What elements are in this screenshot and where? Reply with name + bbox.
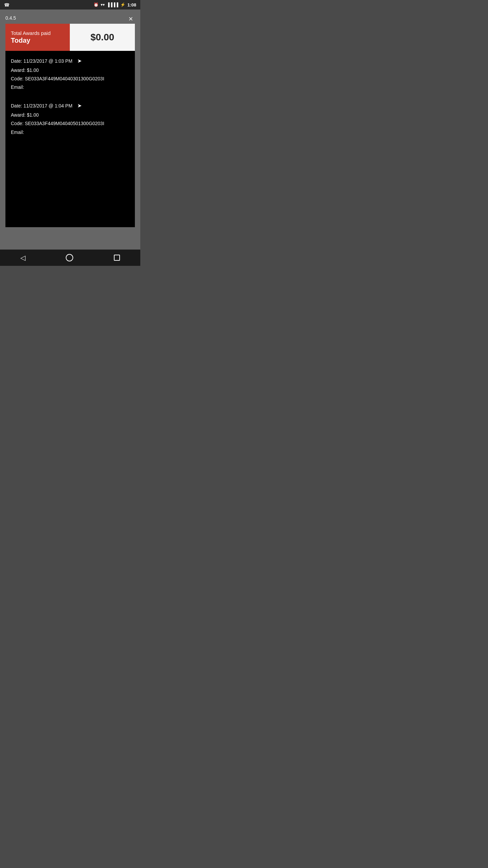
signal-icon: ▐▐▐▐ [107,2,118,7]
back-button[interactable]: ◁ [14,251,32,264]
back-icon: ◁ [20,254,25,262]
award-2-email-line: Email: [11,128,129,137]
award-2-code: Code: SE033A3F449M04040501300G0203I [11,119,104,128]
award-2-date: Date: 11/23/2017 @ 1:04 PM [11,102,73,110]
total-awards-label-line1: Total Awards paid [11,30,50,36]
home-button[interactable] [59,251,80,264]
award-entry-2: Date: 11/23/2017 @ 1:04 PM ➤ Award: $1.0… [11,101,129,136]
award-1-amount: Award: $1.00 [11,66,39,75]
award-1-email: Email: [11,83,24,92]
close-button[interactable]: × [125,14,136,24]
award-1-amount-line: Award: $1.00 [11,66,129,75]
send-icon-1: ➤ [77,56,82,66]
award-2-code-line: Code: SE033A3F449M04040501300G0203I [11,119,129,128]
status-bar: ☎ ⏰ ▾▾ ▐▐▐▐ ⚡ 1:08 [0,0,140,9]
award-2-date-line: Date: 11/23/2017 @ 1:04 PM ➤ [11,101,129,111]
award-2-email: Email: [11,128,24,137]
phone-icon: ☎ [4,2,9,7]
overlay-background: 0.4.5 × Total Awards paid Today $0.00 Da… [0,9,140,250]
award-1-code-line: Code: SE033A3F449M04040301300G0203I [11,75,129,83]
home-icon [66,254,73,261]
alarm-icon: ⏰ [94,2,99,7]
awards-content-area: Date: 11/23/2017 @ 1:03 PM ➤ Award: $1.0… [5,51,135,227]
wifi-icon: ▾▾ [101,2,105,7]
status-bar-left: ☎ [4,2,9,7]
award-1-code: Code: SE033A3F449M04040301300G0203I [11,75,104,83]
award-entry-1: Date: 11/23/2017 @ 1:03 PM ➤ Award: $1.0… [11,56,129,92]
modal-container: Total Awards paid Today $0.00 Date: 11/2… [5,24,135,227]
recents-button[interactable] [107,252,127,263]
header-row: Total Awards paid Today $0.00 [5,24,135,51]
version-label: 0.4.5 [5,15,16,21]
navigation-bar: ◁ [0,250,140,266]
award-1-email-line: Email: [11,83,129,92]
time-display: 1:08 [127,2,136,7]
recents-icon [114,255,120,261]
status-bar-right: ⏰ ▾▾ ▐▐▐▐ ⚡ 1:08 [94,2,136,7]
battery-icon: ⚡ [120,2,125,7]
total-awards-label: Total Awards paid Today [5,24,70,51]
send-icon-2: ➤ [77,101,82,111]
award-2-amount-line: Award: $1.00 [11,111,129,119]
award-1-date: Date: 11/23/2017 @ 1:03 PM [11,57,73,65]
close-icon: × [129,15,133,23]
award-2-amount: Award: $1.00 [11,111,39,119]
award-1-date-line: Date: 11/23/2017 @ 1:03 PM ➤ [11,56,129,66]
total-awards-value: $0.00 [70,24,135,51]
total-awards-label-line2: Today [11,37,30,44]
